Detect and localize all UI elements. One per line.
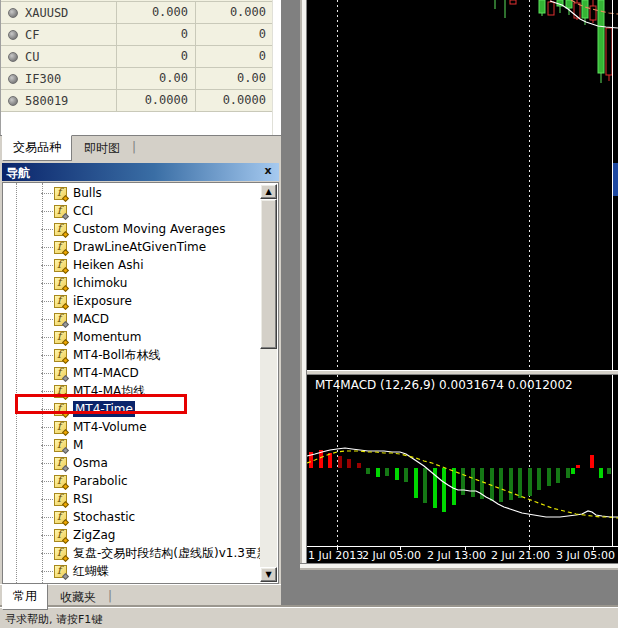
tab-divider: | — [106, 585, 114, 603]
tree-item--v1-3-[interactable]: f复盘-交易时段结构(虚线版)v1.3更新 — [3, 544, 261, 562]
tree-item-label: 红蝴蝶 — [73, 563, 109, 580]
market-watch-row[interactable]: 5800190.00000.0000 — [1, 90, 273, 112]
tree-item-label: MT4-Time — [73, 401, 135, 417]
tab-tick-chart[interactable]: 即时图 — [74, 136, 130, 161]
market-watch-row[interactable]: CF00 — [1, 24, 273, 46]
tree-item-label: iExposure — [73, 294, 132, 308]
tree-item-bulls[interactable]: fBulls — [3, 184, 261, 202]
bid-value: 0 — [116, 24, 195, 45]
tree-item-ichimoku[interactable]: fIchimoku — [3, 274, 261, 292]
tree-item-parabolic[interactable]: fParabolic — [3, 472, 261, 490]
navigator-tree: fBullsfCCIfCustom Moving AveragesfDrawLi… — [2, 182, 279, 584]
indicator-function-icon: f — [54, 475, 67, 488]
tree-item-label: Stochastic — [73, 510, 135, 524]
indicator-function-icon: f — [54, 385, 67, 398]
navigator-title[interactable]: 导航 — [2, 163, 279, 181]
tree-connector — [41, 229, 53, 230]
tree-item-drawlineatgiventime[interactable]: fDrawLineAtGivenTime — [3, 238, 261, 256]
tree-connector — [41, 391, 53, 392]
tree-item-label: MT4-Volume — [73, 420, 147, 434]
market-watch-row[interactable]: CU00 — [1, 46, 273, 68]
left-panel: XAUUSD0.0000.000CF00CU00IF3000.000.00580… — [0, 0, 281, 628]
tree-item-label: ZigZag — [73, 528, 115, 542]
macd-indicator-label: MT4MACD (12,26,9) 0.0031674 0.0012002 — [315, 378, 573, 392]
indicator-function-icon: f — [54, 349, 67, 362]
tree-item-mt4-boll-[interactable]: fMT4-Boll布林线 — [3, 346, 261, 364]
tree-connector — [41, 193, 53, 194]
tree-item-stochastic[interactable]: fStochastic — [3, 508, 261, 526]
tree-item-momentum[interactable]: fMomentum — [3, 328, 261, 346]
x-axis-label: 1 Jul 2013 — [308, 549, 363, 562]
tab-common[interactable]: 常用 — [2, 584, 48, 610]
tree-item-label: Osma — [73, 456, 108, 470]
symbol-status-icon — [8, 30, 18, 40]
ask-value: 0 — [195, 24, 273, 45]
tree-connector — [41, 571, 53, 572]
tree-connector — [41, 409, 53, 410]
tree-connector — [41, 265, 53, 266]
x-axis-label: 2 Jul 13:00 — [427, 549, 486, 562]
tree-connector — [41, 301, 53, 302]
tree-item-label: M — [73, 438, 83, 452]
tree-item-mt4-macd[interactable]: fMT4-MACD — [3, 364, 261, 382]
tree-item-label: MT4-Boll布林线 — [73, 347, 160, 364]
tree-item-rsi[interactable]: fRSI — [3, 490, 261, 508]
indicator-function-icon: f — [54, 295, 67, 308]
ask-value: 0.00 — [195, 68, 273, 89]
tree-item-mt4-volume[interactable]: fMT4-Volume — [3, 418, 261, 436]
tree-item-mt4-time[interactable]: fMT4-Time — [3, 400, 261, 418]
tree-item-heiken-ashi[interactable]: fHeiken Ashi — [3, 256, 261, 274]
tree-item-m[interactable]: fM — [3, 436, 261, 454]
indicator-function-icon: f — [54, 565, 67, 578]
tab-divider: | — [130, 136, 138, 154]
market-watch-row[interactable]: IF3000.000.00 — [1, 68, 273, 90]
tree-item-label: Bulls — [73, 186, 102, 200]
tree-item-mt4-ma-[interactable]: fMT4-MA均线 — [3, 382, 261, 400]
tab-symbols[interactable]: 交易品种 — [2, 135, 72, 161]
chart-canvas — [300, 0, 618, 570]
indicator-function-icon: f — [54, 439, 67, 452]
tree-item-iexposure[interactable]: fiExposure — [3, 292, 261, 310]
tree-connector — [41, 463, 53, 464]
tree-connector — [41, 283, 53, 284]
close-icon[interactable]: x — [261, 164, 275, 178]
tree-item--[interactable]: f红蝴蝶 — [3, 562, 261, 580]
indicator-function-icon: f — [54, 529, 67, 542]
scroll-down-icon[interactable]: ▼ — [260, 567, 277, 582]
navigator-scrollbar[interactable]: ▲ ▼ — [260, 184, 277, 582]
market-watch-row[interactable]: XAUUSD0.0000.000 — [1, 2, 273, 24]
tree-item-cci[interactable]: fCCI — [3, 202, 261, 220]
tree-item-zigzag[interactable]: fZigZag — [3, 526, 261, 544]
tree-item-label: CCI — [73, 204, 93, 218]
tree-connector — [41, 373, 53, 374]
tree-item-label: Custom Moving Averages — [73, 222, 225, 236]
scroll-up-icon[interactable]: ▲ — [260, 184, 277, 199]
scrollbar-thumb[interactable] — [260, 199, 277, 349]
navigator-panel: 导航 x fBullsfCCIfCustom Moving AveragesfD… — [0, 161, 281, 584]
tree-connector — [41, 553, 53, 554]
indicator-function-icon: f — [54, 187, 67, 200]
tree-item-osma[interactable]: fOsma — [3, 454, 261, 472]
indicator-function-icon: f — [54, 259, 67, 272]
indicator-function-icon: f — [54, 403, 67, 416]
symbol-status-icon — [8, 8, 18, 18]
tree-item-macd[interactable]: fMACD — [3, 310, 261, 328]
symbol-name: IF300 — [25, 72, 61, 86]
indicator-function-icon: f — [54, 493, 67, 506]
symbol-status-icon — [8, 52, 18, 62]
tree-item-label: Ichimoku — [73, 276, 127, 290]
symbol-status-icon — [8, 96, 18, 106]
symbol-name: CU — [25, 50, 39, 64]
status-bar: 寻求帮助, 请按F1键 — [0, 607, 618, 628]
tree-item-label: Momentum — [73, 330, 141, 344]
tree-item-custom-moving-averages[interactable]: fCustom Moving Averages — [3, 220, 261, 238]
chart-window[interactable]: MT4MACD (12,26,9) 0.0031674 0.0012002 1 … — [300, 0, 618, 570]
chart-splitter[interactable] — [307, 370, 618, 375]
tree-connector — [41, 211, 53, 212]
symbol-name: CF — [25, 28, 39, 42]
ask-value: 0.0000 — [195, 90, 273, 111]
indicator-function-icon: f — [54, 511, 67, 524]
tree-connector — [41, 427, 53, 428]
tree-item-label: MT4-MA均线 — [73, 383, 145, 400]
tree-connector — [41, 445, 53, 446]
